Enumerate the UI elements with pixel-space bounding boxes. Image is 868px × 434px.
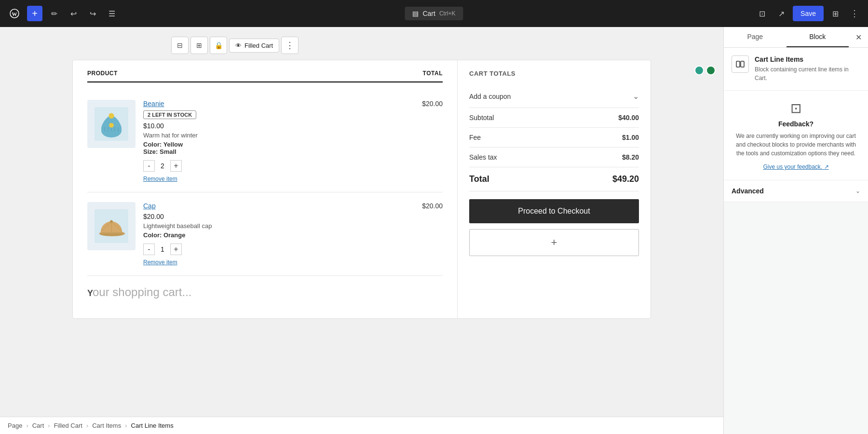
add-block-below-button[interactable]: +	[469, 229, 639, 256]
feedback-link[interactable]: Give us your feedback. ↗	[763, 163, 828, 170]
cap-image	[87, 202, 136, 250]
cart-items-section: PRODUCT TOTAL	[73, 60, 458, 318]
block-label[interactable]: 👁 Filled Cart	[229, 39, 279, 53]
view-button[interactable]: ⊡	[754, 6, 770, 21]
feedback-section: ⊡ Feedback? We are currently working on …	[724, 91, 868, 180]
external-link-icon: ↗	[824, 163, 829, 170]
page-name: Cart	[422, 10, 435, 17]
subtotal-row: Subtotal $40.00	[469, 108, 639, 128]
close-panel-button[interactable]: ✕	[849, 27, 868, 47]
settings-panel-button[interactable]: ⊞	[827, 6, 843, 21]
right-panel: Page Block ✕ Cart Line Items Block conta…	[723, 27, 868, 434]
beanie-stock-badge: 2 LEFT IN STOCK	[143, 110, 196, 119]
topbar: W + ✏ ↩ ↪ ☰ ▤ Cart Ctrl+K ⊡ ↗ Save ⊞ ⋮	[0, 0, 868, 27]
feedback-text: We are currently working on improving ou…	[732, 132, 860, 158]
beanie-info: Beanie 2 LEFT IN STOCK $10.00 Warm hat f…	[143, 100, 198, 182]
topbar-center: ▤ Cart Ctrl+K	[405, 7, 463, 20]
lock-button[interactable]: 🔒	[210, 37, 227, 54]
shortcut-label: Ctrl+K	[439, 10, 456, 17]
breadcrumb-cart-line-items[interactable]: Cart Line Items	[131, 422, 174, 429]
cart-item-beanie: Beanie 2 LEFT IN STOCK $10.00 Warm hat f…	[87, 90, 443, 192]
grand-total-row: Total $49.20	[469, 167, 639, 191]
grand-total-value: $49.20	[612, 174, 639, 184]
block-info-title: Cart Line Items	[755, 55, 860, 63]
cart-item-cap: Cap $20.00 Lightweight baseball cap Colo…	[87, 192, 443, 276]
save-button[interactable]: Save	[793, 6, 824, 21]
block-toolbar: ⊟ ⊞ 🔒 👁 Filled Cart ⋮	[171, 37, 552, 54]
subtotal-label: Subtotal	[469, 114, 494, 122]
checkout-button[interactable]: Proceed to Checkout	[469, 199, 639, 223]
cap-qty-increase[interactable]: +	[170, 244, 182, 255]
feedback-icon: ⊡	[732, 100, 860, 116]
tab-page[interactable]: Page	[724, 27, 787, 47]
breadcrumb-bar: Page › Cart › Filled Cart › Cart Items ›…	[0, 417, 723, 434]
panel-tabs: Page Block ✕	[724, 27, 868, 48]
beanie-description: Warm hat for winter	[143, 132, 198, 139]
block-info-text: Cart Line Items Block containing current…	[755, 55, 860, 82]
advanced-chevron-icon: ⌄	[855, 188, 860, 194]
editor-area: ⊟ ⊞ 🔒 👁 Filled Cart ⋮ PRODUCT TOTAL	[0, 27, 723, 434]
svg-text:W: W	[12, 11, 17, 17]
toggle-columns-button[interactable]: ⊞	[190, 37, 208, 54]
coupon-row[interactable]: Add a coupon ⌄	[469, 85, 639, 108]
cart-header: PRODUCT TOTAL	[87, 70, 443, 82]
toggle-sidebar-button[interactable]: ⊟	[171, 37, 189, 54]
cap-info: Cap $20.00 Lightweight baseball cap Colo…	[143, 202, 212, 266]
tax-value: $8.20	[622, 153, 639, 161]
breadcrumb-filled-cart[interactable]: Filled Cart	[54, 422, 82, 429]
tab-block[interactable]: Block	[787, 27, 849, 47]
color-label: Color:	[143, 141, 163, 148]
cap-name-link[interactable]: Cap	[143, 202, 212, 210]
fee-row: Fee $1.00	[469, 128, 639, 148]
beanie-qty-decrease[interactable]: -	[143, 160, 155, 172]
beanie-qty-control: - 2 +	[143, 160, 198, 172]
cap-remove-link[interactable]: Remove item	[143, 259, 212, 266]
beanie-color-value: Yellow	[163, 141, 183, 148]
scroll-indicator: Your shopping cart...	[87, 276, 443, 309]
svg-point-10	[108, 113, 114, 119]
fee-value: $1.00	[622, 134, 639, 141]
teal-indicator	[694, 66, 704, 75]
breadcrumb-sep-4: ›	[125, 422, 127, 429]
beanie-qty-increase[interactable]: +	[170, 160, 182, 172]
cap-line-total: $20.00	[422, 202, 443, 210]
more-options-button[interactable]: ⋮	[847, 6, 862, 21]
main-layout: ⊟ ⊞ 🔒 👁 Filled Cart ⋮ PRODUCT TOTAL	[0, 27, 868, 434]
preview-button[interactable]: ↗	[773, 6, 789, 21]
feedback-title: Feedback?	[732, 120, 860, 128]
block-more-options-button[interactable]: ⋮	[281, 37, 298, 54]
block-icon-display	[732, 55, 749, 73]
breadcrumb-cart[interactable]: Cart	[32, 422, 44, 429]
add-block-topbar-button[interactable]: +	[27, 6, 42, 21]
breadcrumb-page[interactable]: Page	[8, 422, 22, 429]
grand-total-label: Total	[469, 174, 489, 184]
beanie-remove-link[interactable]: Remove item	[143, 176, 198, 182]
cart-icon: ▤	[412, 10, 419, 17]
cap-qty-decrease[interactable]: -	[143, 244, 155, 255]
breadcrumb-sep-2: ›	[48, 422, 50, 429]
cap-qty-value: 1	[161, 245, 164, 253]
redo-button[interactable]: ↪	[85, 6, 100, 21]
breadcrumb-sep-3: ›	[86, 422, 88, 429]
breadcrumb-sep-1: ›	[26, 422, 28, 429]
advanced-header[interactable]: Advanced ⌄	[724, 180, 868, 202]
edit-tool-button[interactable]: ✏	[46, 6, 62, 21]
beanie-size: Size: Small	[143, 148, 198, 155]
svg-rect-19	[741, 61, 744, 67]
cart-page-button[interactable]: ▤ Cart Ctrl+K	[405, 7, 463, 20]
breadcrumb-cart-items[interactable]: Cart Items	[92, 422, 121, 429]
cart-item-beanie-left: Beanie 2 LEFT IN STOCK $10.00 Warm hat f…	[87, 100, 198, 182]
cap-qty-control: - 1 +	[143, 244, 212, 255]
coupon-label: Add a coupon	[469, 93, 511, 100]
coupon-chevron-icon: ⌄	[633, 92, 639, 101]
size-label: Size:	[143, 148, 160, 155]
svg-rect-18	[736, 61, 740, 67]
cart-item-cap-left: Cap $20.00 Lightweight baseball cap Colo…	[87, 202, 212, 266]
undo-button[interactable]: ↩	[66, 6, 81, 21]
cap-color: Color: Orange	[143, 231, 212, 239]
list-view-button[interactable]: ☰	[104, 6, 120, 21]
cap-color-label: Color:	[143, 231, 163, 239]
eye-icon: 👁	[235, 42, 242, 49]
wp-logo[interactable]: W	[6, 5, 23, 22]
beanie-name-link[interactable]: Beanie	[143, 100, 198, 108]
